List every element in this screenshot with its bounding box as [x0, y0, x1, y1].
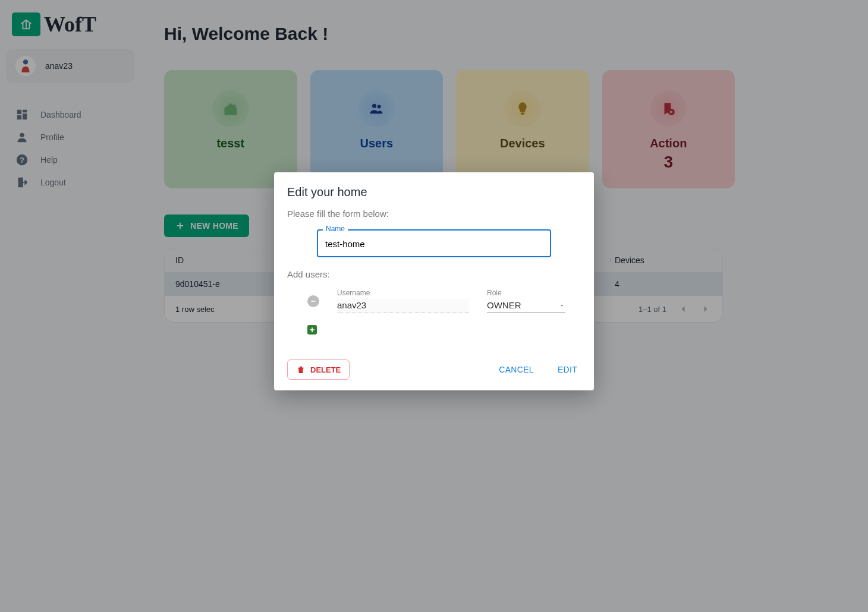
edit-home-modal: Edit your home Please fill the form belo… [274, 172, 594, 390]
delete-button[interactable]: Delete [287, 359, 350, 380]
role-value: OWNER [487, 300, 521, 310]
user-row: Username Role OWNER [287, 286, 581, 318]
role-select[interactable]: OWNER [487, 299, 565, 313]
role-label: Role [487, 289, 565, 297]
right-actions: Cancel Edit [495, 364, 581, 375]
minus-icon [310, 298, 317, 305]
name-input[interactable] [317, 229, 551, 257]
role-field: Role OWNER [487, 289, 565, 313]
add-user-row: + [307, 325, 581, 335]
modal-actions: Delete Cancel Edit [287, 359, 581, 380]
username-label: Username [337, 289, 469, 297]
username-input [337, 299, 469, 313]
remove-user-button[interactable] [307, 295, 319, 307]
chevron-down-icon [558, 302, 565, 309]
name-label: Name [323, 225, 348, 233]
cancel-button[interactable]: Cancel [495, 364, 537, 375]
add-user-button[interactable]: + [307, 325, 317, 335]
edit-button[interactable]: Edit [554, 364, 581, 375]
trash-icon [296, 365, 306, 374]
modal-title: Edit your home [287, 185, 581, 199]
name-field: Name [317, 229, 551, 257]
username-field: Username [337, 289, 469, 313]
modal-overlay[interactable]: Edit your home Please fill the form belo… [0, 0, 868, 612]
add-users-heading: Add users: [287, 269, 581, 279]
delete-label: Delete [310, 365, 341, 374]
modal-subtitle: Please fill the form below: [287, 209, 581, 219]
